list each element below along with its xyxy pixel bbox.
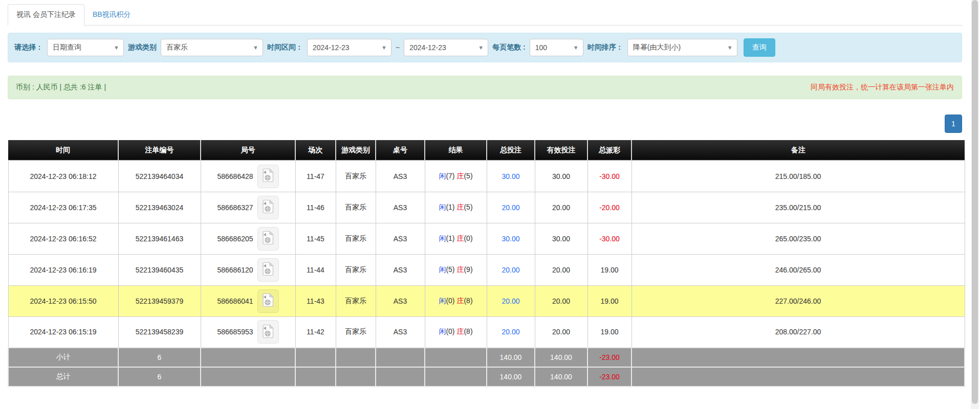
cell-game-type: 百家乐	[336, 192, 376, 223]
subtotal-valid-bet: 140.00	[535, 348, 587, 367]
cell-total-bet: 30.00	[487, 223, 535, 254]
banker-result-label: 庄	[456, 327, 464, 335]
cell-payout: -20.00	[587, 192, 631, 223]
cell-table-no: AS3	[376, 223, 425, 254]
player-result-score: (0)	[446, 327, 454, 335]
grand-total-valid-bet: 140.00	[535, 367, 587, 387]
query-type-select[interactable]: 日期查询 ▼	[47, 39, 124, 56]
table-header-row: 时间 注单编号 局号 场次 游戏类别 桌号 结果 总投注 有效投注 总派彩 备注	[8, 140, 965, 161]
banker-result-score: (8)	[464, 297, 472, 305]
banker-result-score: (5)	[464, 172, 472, 180]
round-no-text: 586686120	[217, 266, 253, 274]
subtotal-total-bet: 140.00	[487, 348, 535, 367]
video-replay-button[interactable]	[257, 227, 279, 251]
video-file-icon	[262, 262, 274, 276]
cell-session: 11-43	[295, 285, 336, 316]
cell-remark: 215.00/185.00	[631, 161, 965, 192]
cell-result: 闲(0) 庄(8)	[425, 285, 487, 316]
cell-remark: 246.00/265.00	[631, 254, 965, 285]
page-size-select[interactable]: 100 ▼	[530, 39, 583, 56]
table-row: 2024-12-23 06:17:35 522139463024 5866863…	[8, 192, 965, 223]
summary-text: 币别 : 人民币 | 总共 :6 注单 |	[16, 83, 106, 92]
pagination: 1	[8, 115, 962, 133]
table-row: 2024-12-23 06:16:52 522139461463 5866862…	[8, 223, 965, 254]
grand-total-count: 6	[118, 367, 201, 387]
cell-game-type: 百家乐	[336, 285, 376, 316]
cell-round-no: 586685953	[201, 316, 295, 348]
cell-time: 2024-12-23 06:15:50	[8, 285, 118, 316]
total-bet-link[interactable]: 20.00	[502, 203, 519, 212]
col-table-no: 桌号	[376, 140, 425, 161]
payout-value: -30.00	[599, 235, 620, 243]
tab-bb-video-points[interactable]: BB视讯积分	[84, 5, 139, 25]
cell-remark: 208.00/227.00	[631, 316, 965, 348]
cell-game-type: 百家乐	[336, 161, 376, 192]
grand-total-row: 总计 6 140.00 140.00 -23.00	[8, 367, 965, 387]
col-remark: 备注	[631, 140, 965, 161]
tabs-bar: 视讯 会员下注纪录 BB视讯积分	[8, 4, 962, 26]
video-replay-button[interactable]	[257, 289, 279, 313]
cell-session: 11-45	[295, 223, 336, 254]
tab-video-bet-records[interactable]: 视讯 会员下注纪录	[8, 4, 84, 26]
subtotal-count: 6	[118, 348, 201, 367]
subtotal-row: 小计 6 140.00 140.00 -23.00	[8, 348, 965, 367]
chevron-down-icon: ▼	[478, 44, 484, 51]
grand-total-label: 总计	[8, 367, 118, 387]
total-bet-link[interactable]: 30.00	[502, 235, 519, 243]
banker-result-score: (0)	[464, 234, 472, 242]
video-file-icon	[262, 199, 274, 214]
cell-payout: 19.00	[587, 254, 631, 285]
date-to-select[interactable]: 2024-12-23 ▼	[404, 39, 488, 56]
total-bet-link[interactable]: 20.00	[502, 266, 519, 274]
cell-result: 闲(7) 庄(5)	[425, 161, 487, 192]
cell-total-bet: 20.00	[487, 285, 535, 316]
cell-result: 闲(0) 庄(8)	[425, 316, 487, 348]
table-row: 2024-12-23 06:18:12 522139464034 5866864…	[8, 161, 965, 192]
cell-bet-no: 522139460435	[118, 254, 201, 285]
payout-value: 19.00	[600, 297, 618, 305]
banker-result-label: 庄	[456, 297, 464, 305]
cell-round-no: 586686205	[201, 223, 295, 254]
table-body: 2024-12-23 06:18:12 522139464034 5866864…	[8, 161, 965, 348]
total-bet-link[interactable]: 30.00	[502, 172, 519, 180]
round-no-text: 586686205	[217, 235, 253, 243]
cell-round-no: 586686120	[201, 254, 295, 285]
subtotal-payout: -23.00	[587, 348, 631, 367]
game-type-label: 游戏类别	[128, 43, 157, 52]
banker-result-score: (9)	[464, 265, 472, 274]
chevron-down-icon: ▼	[114, 44, 119, 51]
cell-result: 闲(1) 庄(5)	[425, 192, 487, 223]
cell-table-no: AS3	[376, 192, 425, 223]
date-range-label: 时间区间：	[267, 43, 303, 52]
player-result-score: (7)	[446, 172, 454, 180]
query-type-value: 日期查询	[53, 43, 81, 52]
cell-remark: 235.00/215.00	[631, 192, 965, 223]
video-replay-button[interactable]	[257, 196, 279, 219]
video-file-icon	[262, 293, 274, 307]
video-replay-button[interactable]	[257, 320, 279, 344]
total-bet-link[interactable]: 20.00	[502, 328, 519, 336]
video-file-icon	[262, 231, 274, 245]
scrollbar-thumb[interactable]	[972, 0, 978, 404]
cell-total-bet: 20.00	[487, 192, 535, 223]
game-type-select[interactable]: 百家乐 ▼	[161, 39, 263, 56]
grand-total-payout: -23.00	[587, 367, 631, 387]
vertical-scrollbar[interactable]	[971, 0, 979, 409]
sort-select[interactable]: 降幂(由大到小) ▼	[627, 39, 737, 56]
round-no-text: 586686327	[217, 203, 253, 212]
player-result-score: (1)	[446, 203, 454, 211]
chevron-down-icon: ▼	[573, 44, 579, 51]
cell-result: 闲(5) 庄(9)	[425, 254, 487, 285]
total-bet-link[interactable]: 20.00	[502, 297, 519, 305]
sort-label: 时间排序：	[587, 43, 623, 52]
banker-result-score: (5)	[464, 203, 472, 211]
cell-valid-bet: 20.00	[535, 192, 587, 223]
video-replay-button[interactable]	[257, 258, 279, 282]
video-replay-button[interactable]	[257, 165, 279, 188]
page-1-button[interactable]: 1	[945, 115, 962, 133]
cell-result: 闲(1) 庄(0)	[425, 223, 487, 254]
banker-result-label: 庄	[456, 234, 464, 242]
date-from-select[interactable]: 2024-12-23 ▼	[307, 39, 391, 56]
cell-session: 11-42	[295, 316, 336, 348]
query-button[interactable]: 查询	[744, 38, 775, 57]
